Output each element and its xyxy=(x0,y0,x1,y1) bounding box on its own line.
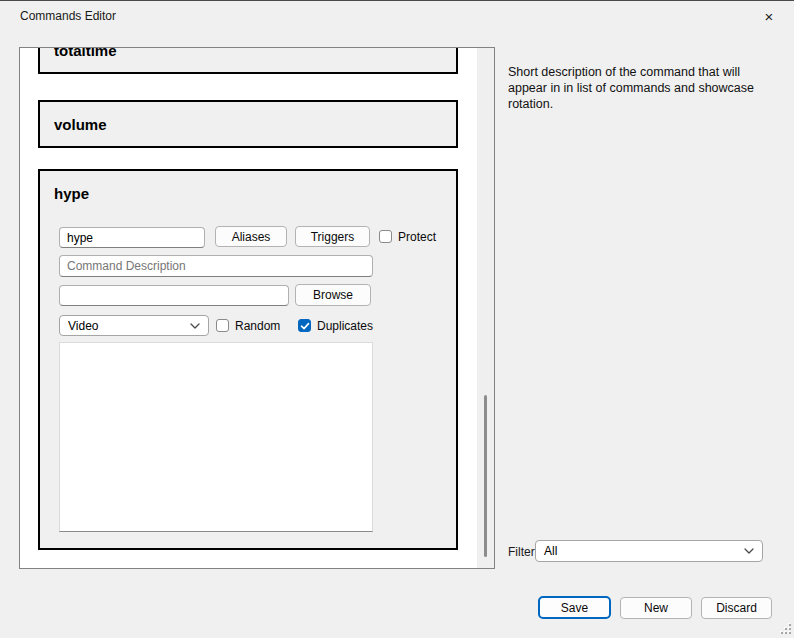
random-label: Random xyxy=(235,319,280,333)
checkmark-icon xyxy=(300,321,310,331)
command-description-input[interactable] xyxy=(59,255,373,277)
protect-label: Protect xyxy=(398,230,436,244)
browse-button[interactable]: Browse xyxy=(295,284,371,306)
file-path-input[interactable] xyxy=(59,285,289,306)
close-button[interactable]: × xyxy=(746,1,792,31)
scrollbar[interactable] xyxy=(477,48,494,568)
random-checkbox[interactable] xyxy=(216,319,229,332)
command-panel-hype: hype Aliases Triggers Protect Browse Vid… xyxy=(38,169,458,550)
chevron-down-icon xyxy=(190,323,200,329)
command-name-label: hype xyxy=(54,185,89,202)
aliases-button[interactable]: Aliases xyxy=(215,226,287,247)
new-button[interactable]: New xyxy=(620,597,692,619)
command-name-input[interactable] xyxy=(59,227,205,248)
command-name-label: totaltime xyxy=(54,47,117,59)
chevron-down-icon xyxy=(744,548,754,554)
commands-list: totaltime volume hype Aliases Triggers P… xyxy=(19,47,495,569)
filter-select[interactable]: All xyxy=(535,540,763,562)
titlebar: Commands Editor × xyxy=(0,1,794,31)
command-help-text: Short description of the command that wi… xyxy=(508,64,762,112)
save-button[interactable]: Save xyxy=(538,596,611,619)
command-panel-volume[interactable]: volume xyxy=(38,100,458,148)
window-title: Commands Editor xyxy=(20,9,116,23)
duplicates-label: Duplicates xyxy=(317,319,373,333)
protect-checkbox[interactable] xyxy=(379,230,392,243)
triggers-button[interactable]: Triggers xyxy=(295,226,370,247)
discard-button[interactable]: Discard xyxy=(701,597,772,619)
filter-select-value: All xyxy=(544,544,557,558)
response-textarea[interactable] xyxy=(59,342,373,532)
command-panel-totaltime[interactable]: totaltime xyxy=(38,47,458,74)
resize-grip-icon[interactable] xyxy=(779,622,791,634)
filter-label: Filter: xyxy=(508,545,538,559)
command-name-label: volume xyxy=(54,116,107,133)
duplicates-checkbox[interactable] xyxy=(298,319,311,332)
close-icon: × xyxy=(765,9,774,24)
scrollbar-thumb[interactable] xyxy=(484,395,487,557)
type-select[interactable]: Video xyxy=(59,315,209,336)
type-select-value: Video xyxy=(68,319,98,333)
